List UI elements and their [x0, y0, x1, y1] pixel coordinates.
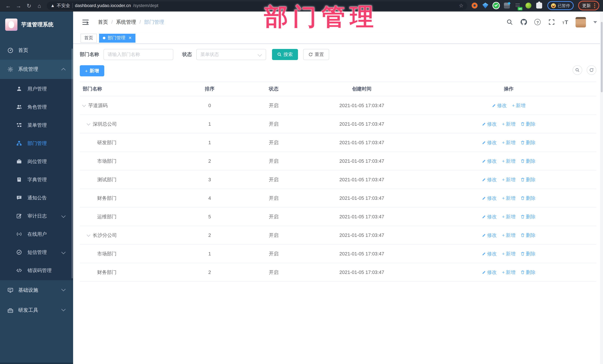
help-icon[interactable]: ? — [534, 19, 541, 25]
breadcrumb-system[interactable]: 系统管理 — [116, 19, 136, 25]
search-button[interactable]: 搜索 — [272, 49, 298, 60]
grid-extension-icon[interactable] — [504, 3, 510, 9]
add-dept-button[interactable]: + 新增 — [80, 65, 104, 76]
profile-paused-badge[interactable]: 已暂停 — [547, 1, 574, 10]
back-icon[interactable]: ← — [4, 3, 13, 8]
sidebar-item-notice[interactable]: 通知公告 — [0, 189, 73, 207]
delete-link[interactable]: 删除 — [521, 269, 536, 276]
extensions-puzzle-icon[interactable] — [536, 3, 542, 9]
add-link[interactable]: +新增 — [502, 213, 515, 220]
sidebar-item-dict-management[interactable]: 字典管理 — [0, 170, 73, 189]
browser-update-button[interactable]: 更新 — [578, 1, 599, 10]
forward-icon[interactable]: → — [14, 3, 23, 8]
status-value: 开启 — [245, 213, 302, 220]
hamburger-icon[interactable] — [82, 20, 89, 25]
delete-link[interactable]: 删除 — [521, 158, 536, 164]
status-value: 开启 — [245, 250, 302, 257]
blue-pin-extension-icon[interactable] — [482, 3, 488, 9]
browser-menu-icon[interactable] — [594, 3, 595, 8]
add-link[interactable]: +新增 — [502, 139, 515, 146]
edit-link[interactable]: 修改 — [482, 232, 497, 239]
search-icon[interactable] — [506, 19, 513, 25]
col-sort: 排序 — [174, 86, 245, 92]
delete-link[interactable]: 删除 — [521, 121, 536, 127]
add-link[interactable]: +新增 — [502, 269, 515, 276]
col-operations: 操作 — [421, 86, 596, 92]
sidebar-item-infrastructure[interactable]: 基础设施 — [0, 280, 73, 300]
security-warning[interactable]: ▲ 不安全 — [50, 2, 70, 9]
sort-value: 4 — [174, 195, 245, 201]
created-value: 2021-01-05 17:03:47 — [302, 177, 421, 182]
sidebar-item-role-management[interactable]: 角色管理 — [0, 98, 73, 116]
sidebar-item-dept-management[interactable]: 部门管理 — [0, 134, 73, 152]
user-avatar[interactable] — [576, 17, 586, 27]
table-row: 市场部门 2 开启 2021-01-05 17:03:47 修改 +新增 删除 — [80, 152, 596, 170]
github-icon[interactable] — [521, 19, 527, 25]
delete-link[interactable]: 删除 — [521, 139, 536, 146]
status-select[interactable]: 菜单状态 — [196, 49, 266, 60]
expand-caret-icon[interactable] — [87, 121, 90, 125]
delete-link[interactable]: 删除 — [521, 250, 536, 257]
edit-link[interactable]: 修改 — [482, 250, 497, 257]
edit-link[interactable]: 修改 — [482, 158, 497, 164]
add-link[interactable]: +新增 — [502, 232, 515, 239]
home-icon[interactable]: ⌂ — [35, 3, 44, 8]
sidebar-item-sms-management[interactable]: 短信管理 — [0, 243, 73, 261]
font-size-icon[interactable]: TT — [562, 19, 568, 25]
bookmark-star-icon[interactable]: ☆ — [459, 3, 464, 9]
add-link[interactable]: +新增 — [502, 158, 515, 164]
tab-dept-management[interactable]: 部门管理 ✕ — [99, 33, 135, 43]
refresh-icon[interactable] — [587, 65, 596, 75]
dept-name-input[interactable] — [104, 49, 173, 60]
edit-link[interactable]: 修改 — [482, 195, 497, 201]
edit-link[interactable]: 修改 — [492, 102, 507, 109]
add-link[interactable]: +新增 — [502, 250, 515, 257]
tabs-extension-icon[interactable]: on — [515, 3, 521, 9]
sidebar-item-post-management[interactable]: 岗位管理 — [0, 152, 73, 170]
toggle-search-icon[interactable] — [573, 65, 582, 75]
expand-caret-icon[interactable] — [82, 103, 86, 107]
sidebar-item-audit-log[interactable]: 审计日志 — [0, 207, 73, 225]
edit-link[interactable]: 修改 — [482, 121, 497, 127]
sidebar-item-menu-management[interactable]: 菜单管理 — [0, 116, 73, 134]
sidebar-item-system-management[interactable]: 系统管理 — [0, 60, 73, 79]
add-link[interactable]: +新增 — [502, 121, 515, 127]
edit-link[interactable]: 修改 — [482, 213, 497, 220]
sidebar-scrollbar[interactable] — [72, 49, 73, 278]
dept-name: 长沙分公司 — [93, 232, 117, 239]
delete-link[interactable]: 删除 — [521, 232, 536, 239]
green-check-extension-icon[interactable] — [493, 3, 499, 9]
toolbox-icon — [7, 307, 13, 313]
reload-icon[interactable]: ↻ — [24, 3, 33, 8]
plus-icon: + — [502, 232, 505, 238]
org-chart-icon — [16, 141, 22, 146]
scrollbar-thumb[interactable] — [601, 22, 603, 92]
fullscreen-icon[interactable] — [548, 19, 555, 25]
add-link[interactable]: +新增 — [502, 176, 515, 183]
sidebar-item-user-management[interactable]: 用户管理 — [0, 80, 73, 98]
avatar-caret-icon[interactable] — [593, 21, 597, 23]
delete-link[interactable]: 删除 — [521, 195, 536, 201]
sidebar-item-error-code[interactable]: 错误码管理 — [0, 261, 73, 279]
address-bar[interactable]: ▲ 不安全 dashboard.yudao.iocoder.cn /system… — [47, 1, 467, 10]
page-scrollbar[interactable] — [600, 11, 603, 364]
created-value: 2021-01-05 17:03:47 — [302, 195, 421, 201]
sidebar-item-dev-tools[interactable]: 研发工具 — [0, 300, 73, 320]
app-logo[interactable]: 芋道管理系统 — [0, 11, 73, 37]
reset-button[interactable]: 重置 — [303, 49, 329, 60]
sidebar-item-online-users[interactable]: 在线用户 — [0, 225, 73, 243]
add-link[interactable]: +新增 — [512, 102, 525, 109]
delete-link[interactable]: 删除 — [521, 176, 536, 183]
close-tab-icon[interactable]: ✕ — [128, 36, 132, 40]
edit-link[interactable]: 修改 — [482, 269, 497, 276]
delete-link[interactable]: 删除 — [521, 213, 536, 220]
orange-target-extension-icon[interactable] — [472, 3, 477, 9]
tab-home[interactable]: 首页 — [81, 33, 97, 43]
breadcrumb-home[interactable]: 首页 — [98, 19, 108, 25]
sidebar-item-home[interactable]: 首页 — [0, 41, 73, 60]
expand-caret-icon[interactable] — [87, 233, 90, 236]
edit-link[interactable]: 修改 — [482, 139, 497, 146]
add-link[interactable]: +新增 — [502, 195, 515, 201]
green-figure-extension-icon[interactable] — [525, 3, 531, 9]
edit-link[interactable]: 修改 — [482, 176, 497, 183]
